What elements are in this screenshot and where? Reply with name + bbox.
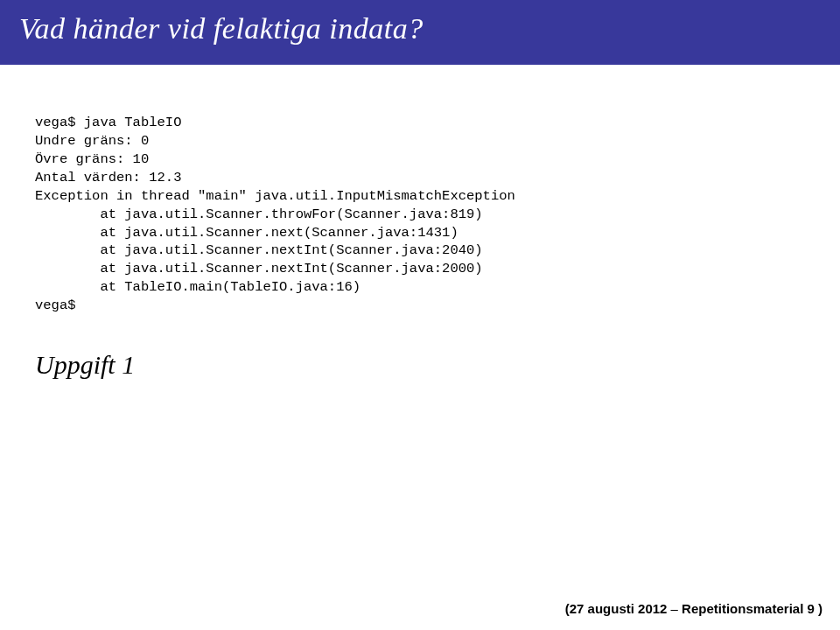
footer-dash: – xyxy=(667,601,682,616)
title-bar: Vad händer vid felaktiga indata? xyxy=(0,0,840,65)
slide: Vad händer vid felaktiga indata? vega$ j… xyxy=(0,0,840,630)
code-line: Antal värden: 12.3 xyxy=(35,170,181,186)
section-heading: Uppgift 1 xyxy=(35,350,805,380)
slide-title: Vad händer vid felaktiga indata? xyxy=(19,12,821,46)
code-line: at java.util.Scanner.nextInt(Scanner.jav… xyxy=(35,242,483,258)
code-line: vega$ java TableIO xyxy=(35,115,181,130)
code-block: vega$ java TableIO Undre gräns: 0 Övre g… xyxy=(35,114,805,315)
footer-label: Repetitionsmaterial 9 ) xyxy=(682,601,822,616)
code-line: at java.util.Scanner.nextInt(Scanner.jav… xyxy=(35,261,483,276)
code-line: vega$ xyxy=(35,298,76,313)
code-line: at TableIO.main(TableIO.java:16) xyxy=(35,279,360,295)
code-line: Övre gräns: 10 xyxy=(35,151,149,167)
code-line: Undre gräns: 0 xyxy=(35,133,149,149)
footer: (27 augusti 2012 – Repetitionsmaterial 9… xyxy=(565,601,822,616)
code-line: at java.util.Scanner.throwFor(Scanner.ja… xyxy=(35,206,483,222)
slide-body: vega$ java TableIO Undre gräns: 0 Övre g… xyxy=(0,70,840,630)
footer-date: (27 augusti 2012 xyxy=(565,601,668,616)
code-line: at java.util.Scanner.next(Scanner.java:1… xyxy=(35,225,458,241)
code-line: Exception in thread "main" java.util.Inp… xyxy=(35,188,515,204)
